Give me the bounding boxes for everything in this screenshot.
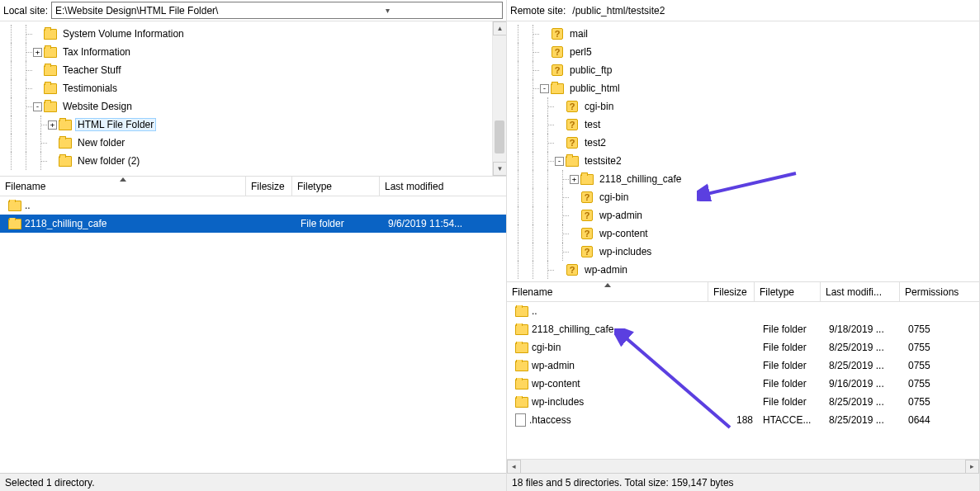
local-tree[interactable]: System Volume Information+Tax Informatio… xyxy=(0,21,506,177)
tree-node-label: wp-admin xyxy=(597,209,645,222)
folder-icon xyxy=(44,65,57,76)
folder-icon xyxy=(515,397,528,408)
list-item[interactable]: 2118_chilling_cafeFile folder9/18/2019 .… xyxy=(507,320,979,338)
list-item[interactable]: cgi-binFile folder8/25/2019 ...0755 xyxy=(507,338,979,356)
remote-path-bar: Remote site: /public_html/testsite2 xyxy=(507,0,979,21)
local-file-list[interactable]: ..2118_chilling_cafeFile folder9/6/2019 … xyxy=(0,196,506,473)
tree-node[interactable]: System Volume Information xyxy=(3,25,506,43)
file-permissions: 0755 xyxy=(903,323,979,335)
list-item[interactable]: 2118_chilling_cafeFile folder9/6/2019 11… xyxy=(0,215,506,233)
tree-node[interactable]: ?wp-content xyxy=(510,224,979,243)
file-name: 2118_chilling_cafe xyxy=(532,323,613,335)
folder-icon xyxy=(566,156,579,167)
col-filename[interactable]: Filename xyxy=(507,282,708,301)
unknown-folder-icon: ? xyxy=(551,27,564,40)
col-filetype[interactable]: Filetype xyxy=(292,177,380,196)
file-type: HTACCE... xyxy=(758,414,824,426)
remote-site-label: Remote site: xyxy=(510,5,566,17)
tree-expander-icon[interactable]: + xyxy=(48,120,57,130)
unknown-folder-icon: ? xyxy=(551,45,564,59)
file-permissions: 0755 xyxy=(903,360,979,371)
tree-node-label: Teacher Stuff xyxy=(60,64,124,77)
tree-node[interactable]: ?test xyxy=(510,116,979,134)
folder-icon xyxy=(515,379,528,389)
tree-expander-icon[interactable]: + xyxy=(570,175,579,184)
file-modified: 9/18/2019 ... xyxy=(824,323,903,335)
list-item[interactable]: wp-adminFile folder8/25/2019 ...0755 xyxy=(507,356,979,375)
tree-node[interactable]: Teacher Stuff xyxy=(3,61,506,79)
remote-tree[interactable]: ?mail?perl5?public_ftp-public_html?cgi-b… xyxy=(507,21,979,282)
scroll-left-icon[interactable]: ◂ xyxy=(507,460,521,474)
list-item[interactable]: wp-includesFile folder8/25/2019 ...0755 xyxy=(507,393,979,411)
file-name: .. xyxy=(25,200,31,211)
col-lastmod[interactable]: Last modified xyxy=(380,177,506,196)
file-modified: 8/25/2019 ... xyxy=(824,396,903,408)
local-path-combo[interactable]: E:\Website Design\HTML File Folder\ ▾ xyxy=(51,2,503,19)
list-item[interactable]: .. xyxy=(0,196,506,215)
tree-node-label: 2118_chilling_cafe xyxy=(597,172,684,186)
file-modified: 8/25/2019 ... xyxy=(824,360,903,371)
tree-node[interactable]: ?mail xyxy=(510,25,979,43)
tree-node[interactable]: ?cgi-bin xyxy=(510,188,979,206)
scroll-right-icon[interactable]: ▸ xyxy=(965,460,979,474)
remote-path-combo[interactable]: /public_html/testsite2 xyxy=(569,2,976,19)
tree-node[interactable]: +2118_chilling_cafe xyxy=(510,170,979,188)
folder-icon xyxy=(44,47,57,58)
tree-node-label: HTML File Folder xyxy=(75,118,156,131)
tree-expander-icon[interactable]: - xyxy=(33,102,42,111)
tree-node[interactable]: ?test2 xyxy=(510,134,979,152)
local-path-bar: Local site: E:\Website Design\HTML File … xyxy=(0,0,506,21)
tree-node[interactable]: Testimonials xyxy=(3,79,506,97)
local-list-header[interactable]: Filename Filesize Filetype Last modified xyxy=(0,177,506,196)
horizontal-scrollbar[interactable]: ◂ ▸ xyxy=(507,459,979,473)
remote-list-header[interactable]: Filename Filesize Filetype Last modifi..… xyxy=(507,282,979,302)
file-name: 2118_chilling_cafe xyxy=(25,218,107,229)
file-name: cgi-bin xyxy=(532,342,561,353)
file-modified: 8/25/2019 ... xyxy=(824,342,903,353)
col-filesize[interactable]: Filesize xyxy=(246,177,292,196)
tree-node[interactable]: -public_html xyxy=(510,79,979,97)
remote-file-list[interactable]: ..2118_chilling_cafeFile folder9/18/2019… xyxy=(507,302,979,459)
file-modified: 9/16/2019 ... xyxy=(824,378,903,389)
file-permissions: 0755 xyxy=(903,342,979,353)
scrollbar[interactable]: ▲ ▼ xyxy=(492,21,506,176)
tree-node[interactable]: ?public_ftp xyxy=(510,61,979,79)
list-item[interactable]: .. xyxy=(507,302,979,320)
tree-expander-icon[interactable]: + xyxy=(33,48,42,57)
file-permissions: 0755 xyxy=(903,378,979,389)
tree-expander-icon[interactable]: - xyxy=(555,157,564,166)
tree-node[interactable]: +HTML File Folder xyxy=(3,116,506,134)
file-type: File folder xyxy=(758,378,824,389)
unknown-folder-icon: ? xyxy=(580,227,594,240)
tree-node[interactable]: ?wp-admin xyxy=(510,261,979,279)
tree-node[interactable]: ?wp-includes xyxy=(510,243,979,261)
tree-node[interactable]: -Website Design xyxy=(3,97,506,116)
tree-node-label: New folder xyxy=(75,136,127,149)
col-permissions[interactable]: Permissions xyxy=(900,282,979,301)
unknown-folder-icon: ? xyxy=(580,191,594,204)
folder-icon xyxy=(44,29,57,40)
tree-node[interactable]: +Tax Information xyxy=(3,43,506,61)
col-filesize[interactable]: Filesize xyxy=(708,282,755,301)
tree-expander-icon[interactable]: - xyxy=(540,84,549,93)
tree-node-label: test xyxy=(582,118,603,131)
col-filename[interactable]: Filename xyxy=(0,177,246,196)
list-item[interactable]: .htaccess188HTACCE...8/25/2019 ...0644 xyxy=(507,411,979,429)
col-filetype[interactable]: Filetype xyxy=(755,282,821,301)
file-permissions: 0755 xyxy=(903,396,979,408)
folder-icon xyxy=(8,219,21,229)
remote-status-bar: 18 files and 5 directories. Total size: … xyxy=(507,473,979,491)
col-lastmod[interactable]: Last modifi... xyxy=(821,282,900,301)
tree-node[interactable]: -testsite2 xyxy=(510,152,979,170)
tree-node[interactable]: New folder xyxy=(3,134,506,152)
folder-icon xyxy=(59,156,72,167)
list-item[interactable]: wp-contentFile folder9/16/2019 ...0755 xyxy=(507,375,979,393)
tree-node[interactable]: ?cgi-bin xyxy=(510,97,979,116)
tree-node[interactable]: ?perl5 xyxy=(510,43,979,61)
tree-node[interactable]: New folder (2) xyxy=(3,152,506,170)
folder-icon xyxy=(515,342,528,353)
tree-node[interactable]: ?wp-admin xyxy=(510,206,979,224)
tree-node-label: Testimonials xyxy=(60,82,120,95)
chevron-down-icon[interactable]: ▾ xyxy=(277,6,499,15)
tree-node-label: public_html xyxy=(567,82,623,95)
